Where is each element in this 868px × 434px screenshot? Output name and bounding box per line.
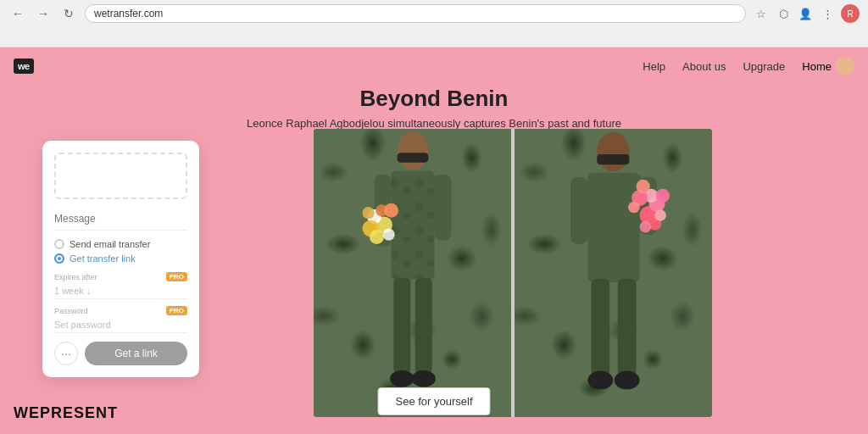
top-nav: we Help About us Upgrade Home: [0, 47, 868, 85]
account-icon[interactable]: 👤: [797, 5, 814, 22]
wetransfer-logo: we: [14, 58, 34, 74]
svg-point-37: [628, 202, 640, 214]
svg-rect-21: [597, 154, 629, 164]
figure-right: [515, 129, 712, 417]
password-field-group: Password PRO Set password: [54, 306, 187, 333]
home-label: Home: [802, 60, 832, 73]
profile-avatar[interactable]: R: [841, 4, 860, 23]
password-pro-badge: PRO: [166, 306, 187, 315]
password-value[interactable]: Set password: [54, 317, 187, 333]
star-icon[interactable]: ☆: [753, 5, 770, 22]
svg-point-20: [597, 132, 629, 171]
upload-card: Send email transfer Get transfer link Ex…: [42, 141, 199, 377]
forward-button[interactable]: →: [34, 4, 53, 23]
email-radio-label: Send email transfer: [70, 239, 150, 249]
home-button[interactable]: Home: [802, 57, 854, 75]
expires-pro-badge: PRO: [166, 272, 187, 281]
svg-rect-6: [393, 278, 410, 374]
photo-collage: [314, 129, 712, 417]
main-heading: Beyond Benin Leonce Raphael Agbodjelou s…: [247, 85, 621, 130]
message-input[interactable]: [54, 208, 187, 231]
figure-left: [314, 129, 511, 417]
photo-right: [515, 129, 712, 417]
more-options-button[interactable]: ···: [54, 342, 78, 365]
url-text: wetransfer.com: [94, 8, 163, 19]
dots-icon: ···: [61, 347, 71, 360]
wepresent-logo: WEPRESENT: [14, 404, 118, 422]
address-bar[interactable]: wetransfer.com: [85, 4, 746, 23]
page-title: Beyond Benin: [247, 85, 621, 114]
refresh-button[interactable]: ↻: [59, 4, 78, 23]
back-button[interactable]: ←: [8, 4, 27, 23]
svg-point-36: [639, 221, 651, 233]
extensions-icon[interactable]: ⬡: [775, 5, 792, 22]
link-radio-circle: [54, 253, 64, 264]
svg-point-8: [390, 370, 414, 387]
nav-links: Help About us Upgrade Home: [643, 57, 854, 75]
svg-point-16: [382, 229, 394, 241]
radio-group: Send email transfer Get transfer link: [54, 239, 187, 264]
password-label: Password PRO: [54, 306, 187, 315]
svg-point-33: [636, 180, 649, 193]
svg-point-0: [397, 131, 428, 170]
expires-value[interactable]: 1 week ↓: [54, 283, 187, 299]
svg-rect-23: [570, 177, 587, 244]
svg-point-15: [370, 230, 384, 244]
email-radio-item[interactable]: Send email transfer: [54, 239, 187, 249]
about-link[interactable]: About us: [682, 60, 726, 73]
link-radio-item[interactable]: Get transfer link: [54, 253, 187, 264]
svg-point-9: [411, 370, 435, 387]
svg-rect-3: [391, 171, 434, 279]
page-content: we Help About us Upgrade Home Beyond Ben…: [0, 47, 868, 434]
expires-label: Expires after PRO: [54, 272, 187, 281]
svg-rect-25: [591, 279, 609, 377]
svg-point-28: [614, 371, 639, 390]
svg-point-38: [655, 189, 669, 203]
svg-point-35: [654, 209, 666, 221]
get-link-button[interactable]: Get a link: [85, 342, 187, 365]
upgrade-link[interactable]: Upgrade: [743, 60, 785, 73]
svg-rect-22: [587, 173, 639, 282]
help-link[interactable]: Help: [643, 60, 665, 73]
svg-point-17: [362, 207, 374, 219]
drop-area[interactable]: [54, 153, 187, 199]
page-subtitle: Leonce Raphael Agbodjelou simultaneously…: [247, 117, 621, 130]
settings-icon[interactable]: ⋮: [819, 5, 836, 22]
svg-point-14: [384, 203, 398, 218]
svg-point-27: [587, 371, 613, 390]
see-for-yourself-container: See for yourself: [377, 387, 490, 415]
expires-field-group: Expires after PRO 1 week ↓: [54, 272, 187, 299]
browser-chrome: ← → ↻ wetransfer.com ☆ ⬡ 👤 ⋮ R: [0, 0, 868, 47]
photo-left: [314, 129, 511, 417]
svg-rect-5: [434, 175, 451, 241]
see-for-yourself-button[interactable]: See for yourself: [377, 387, 490, 415]
svg-rect-26: [617, 279, 636, 377]
home-avatar: [836, 57, 854, 75]
email-radio-circle: [54, 239, 64, 249]
svg-rect-7: [415, 278, 431, 374]
svg-rect-1: [397, 153, 428, 162]
card-bottom: ··· Get a link: [54, 342, 187, 365]
link-radio-label: Get transfer link: [70, 253, 136, 264]
